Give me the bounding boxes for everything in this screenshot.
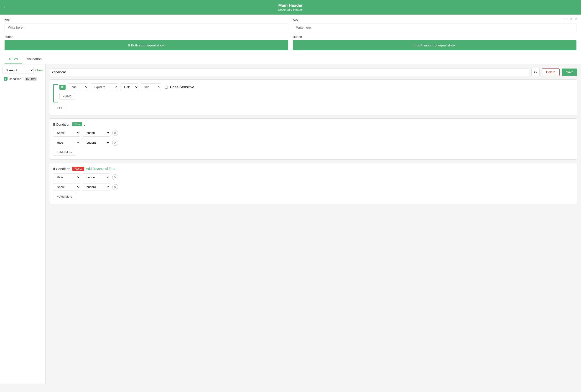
delete-button[interactable]: Delete	[542, 68, 560, 76]
colon: :	[84, 122, 85, 126]
field-one-input[interactable]	[4, 23, 288, 32]
condition-name: condition1	[9, 77, 23, 80]
tab-validation[interactable]: Validation	[22, 54, 46, 64]
field-two-label: two	[293, 18, 576, 22]
if-true-card: If Condition True : Show Hide button but…	[49, 118, 577, 160]
list-item[interactable]: S condition1 BUTTON	[2, 76, 43, 82]
field-one-select[interactable]: one two button button1	[68, 83, 88, 91]
true-action-select-2[interactable]: Hide Show	[53, 139, 80, 146]
minimize-icon[interactable]: —	[564, 17, 567, 21]
true-action-select-1[interactable]: Show Hide	[53, 129, 80, 136]
window-controls: — ⤢ ✕	[564, 17, 578, 21]
button-left-label: button	[4, 35, 288, 39]
condition-name-input[interactable]	[49, 68, 529, 76]
add-reverse-link[interactable]: Add Reverse of True	[86, 167, 115, 170]
condition-name-bar: ↻ Delete Save	[49, 68, 577, 76]
add-more-true-button[interactable]: + Add More	[53, 149, 76, 156]
if-condition-true-label: If Condition	[53, 122, 70, 126]
if-label: IF	[60, 85, 66, 90]
expand-icon[interactable]: ⤢	[570, 17, 572, 21]
field-two-input[interactable]	[293, 23, 576, 32]
rules-area: Screen 2 Screen 1 Screen 3 + New S condi…	[0, 64, 581, 384]
close-icon[interactable]: ✕	[575, 17, 578, 21]
field-one-label: one	[4, 18, 288, 22]
false-action-row-1: Hide Show button button1 ✕	[53, 174, 574, 181]
true-action-row-1: Show Hide button button1 ✕	[53, 129, 574, 136]
false-target-select-2[interactable]: button1 button	[83, 183, 110, 191]
false-target-select-1[interactable]: button button1	[83, 174, 110, 181]
button-left[interactable]: If Both input equal show	[4, 40, 288, 50]
save-button[interactable]: Save	[562, 68, 577, 76]
field-two-group: two	[293, 18, 576, 32]
if-false-title: If Condition False: Add Reverse of True	[53, 167, 574, 171]
true-target-select-1[interactable]: button button1	[83, 129, 110, 136]
s-badge: S	[4, 77, 8, 80]
tabs-bar: Rules Validation	[0, 54, 581, 64]
true-badge: True	[72, 122, 82, 126]
new-condition-button[interactable]: + New	[34, 68, 43, 72]
or-button[interactable]: + OR	[53, 105, 67, 111]
preview-area: — ⤢ ✕ one two button If Both input equal…	[0, 14, 581, 54]
secondary-header-title: Secondary Header	[4, 8, 576, 12]
button-right-group: Button If both input not equal show	[293, 35, 576, 50]
false-action-select-1[interactable]: Hide Show	[53, 174, 80, 181]
field-two-select[interactable]: two one button button1	[141, 83, 161, 91]
button-left-group: button If Both input equal show	[4, 35, 288, 50]
if-row: IF one two button button1 Equal to Not e…	[60, 83, 574, 91]
main-content: ↻ Delete Save IF one tw	[46, 64, 581, 384]
if-block: IF one two button button1 Equal to Not e…	[53, 83, 574, 111]
field-one-group: one	[4, 18, 288, 32]
if-false-card: If Condition False: Add Reverse of True …	[49, 163, 577, 204]
button-right[interactable]: If both input not equal show	[293, 40, 576, 50]
type-badge: BUTTON	[25, 77, 37, 80]
if-true-title: If Condition True :	[53, 122, 574, 126]
button-right-label: Button	[293, 35, 576, 39]
case-sensitive-label: Case Sensitive	[170, 85, 194, 89]
remove-true-row-1-button[interactable]: ✕	[112, 130, 118, 136]
refresh-button[interactable]: ↻	[531, 68, 540, 76]
false-action-select-2[interactable]: Show Hide	[53, 183, 80, 191]
true-target-select-2[interactable]: button1 button	[83, 139, 110, 146]
sidebar: Screen 2 Screen 1 Screen 3 + New S condi…	[0, 64, 46, 384]
false-badge: False:	[72, 167, 84, 171]
and-button[interactable]: + AND	[60, 93, 75, 100]
operator-select[interactable]: Equal to Not equal to Greater than Less …	[90, 83, 118, 91]
remove-false-row-2-button[interactable]: ✕	[112, 184, 118, 190]
main-header-title: Main Header	[4, 3, 576, 8]
if-condition-card: IF one two button button1 Equal to Not e…	[49, 80, 577, 115]
remove-true-row-2-button[interactable]: ✕	[112, 140, 118, 146]
add-more-false-button[interactable]: + Add More	[53, 193, 76, 200]
if-condition-false-label: If Condition	[53, 167, 70, 171]
screen-dropdown[interactable]: Screen 2 Screen 1 Screen 3	[2, 67, 34, 74]
tab-rules[interactable]: Rules	[4, 54, 22, 64]
remove-false-row-1-button[interactable]: ✕	[112, 174, 118, 180]
false-action-row-2: Show Hide button1 button ✕	[53, 183, 574, 191]
compare-type-select[interactable]: Field Value	[120, 83, 138, 91]
case-sensitive-checkbox[interactable]	[165, 86, 168, 88]
app-header: ‹ Main Header Secondary Header	[0, 0, 581, 14]
screen-selector: Screen 2 Screen 1 Screen 3 + New	[2, 67, 43, 74]
true-action-row-2: Hide Show button1 button ✕	[53, 139, 574, 146]
